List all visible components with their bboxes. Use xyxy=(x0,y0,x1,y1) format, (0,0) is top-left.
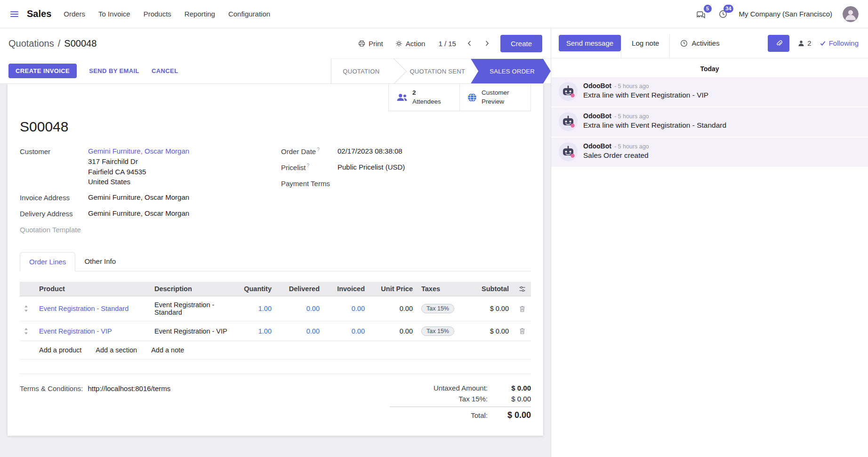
apps-menu-icon[interactable] xyxy=(8,9,20,19)
column-subtotal[interactable]: Subtotal xyxy=(460,282,513,296)
followers-button[interactable]: 2 xyxy=(798,39,811,47)
tab-other-info[interactable]: Other Info xyxy=(75,252,125,271)
line-invoiced[interactable]: 0.00 xyxy=(324,296,369,321)
odoobot-avatar[interactable] xyxy=(559,82,578,101)
globe-icon xyxy=(467,93,477,102)
customer-city: Fairfield CA 94535 xyxy=(88,167,189,177)
delivery-address-value[interactable]: Gemini Furniture, Oscar Morgan xyxy=(88,208,189,219)
line-quantity[interactable]: 1.00 xyxy=(233,321,276,341)
line-quantity[interactable]: 1.00 xyxy=(233,296,276,321)
chevron-right-icon xyxy=(485,41,489,46)
delete-line-button[interactable] xyxy=(518,304,527,314)
column-quantity[interactable]: Quantity xyxy=(233,282,276,296)
breadcrumb-separator: / xyxy=(58,38,61,49)
message-text: Extra line with Event Registration - VIP xyxy=(583,91,708,99)
invoice-address-value[interactable]: Gemini Furniture, Oscar Morgan xyxy=(88,192,189,203)
drag-handle[interactable] xyxy=(20,296,35,321)
payment-terms-label: Payment Terms xyxy=(281,178,338,189)
chatter-message: OdooBot - 5 hours ago Extra line with Ev… xyxy=(551,107,868,137)
line-delivered[interactable]: 0.00 xyxy=(276,321,324,341)
following-button[interactable]: Following xyxy=(820,39,859,47)
line-delivered[interactable]: 0.00 xyxy=(276,296,324,321)
messages-menu-button[interactable]: 5 xyxy=(695,8,707,20)
table-footer-links: Add a product Add a section Add a note xyxy=(20,341,531,359)
customer-preview-button[interactable]: Customer Preview xyxy=(459,84,531,111)
pricelist-value[interactable]: Public Pricelist (USD) xyxy=(338,162,405,173)
breadcrumb-quotations[interactable]: Quotations xyxy=(8,38,54,49)
attendees-label: Attendees xyxy=(412,98,441,106)
delivery-address-label: Delivery Address xyxy=(20,208,88,219)
order-line-row[interactable]: Event Registration - Standard Event Regi… xyxy=(20,296,531,321)
cancel-button[interactable]: CANCEL xyxy=(152,67,178,74)
status-step-quotation[interactable]: QUOTATION xyxy=(331,59,394,83)
help-icon: ? xyxy=(317,147,320,152)
message-author[interactable]: OdooBot xyxy=(583,82,611,90)
main-content: Quotations / S00048 Print Action 1 / 15 xyxy=(0,28,551,457)
user-avatar[interactable] xyxy=(843,6,859,22)
delete-line-button[interactable] xyxy=(518,326,527,336)
column-unit-price[interactable]: Unit Price xyxy=(369,282,417,296)
print-button[interactable]: Print xyxy=(356,37,385,50)
column-delivered[interactable]: Delivered xyxy=(276,282,324,296)
column-taxes[interactable]: Taxes xyxy=(417,282,460,296)
message-list: OdooBot - 5 hours ago Extra line with Ev… xyxy=(551,77,868,168)
terms-link[interactable]: http://localhost:8016/terms xyxy=(88,384,170,392)
status-pipeline: QUOTATION QUOTATION SENT SALES ORDER xyxy=(331,58,551,83)
nav-item-reporting[interactable]: Reporting xyxy=(185,10,215,18)
order-line-row[interactable]: Event Registration - VIP Event Registrat… xyxy=(20,321,531,341)
printer-icon xyxy=(358,40,365,47)
send-by-email-button[interactable]: SEND BY EMAIL xyxy=(89,67,139,74)
nav-item-products[interactable]: Products xyxy=(144,10,171,18)
trash-icon xyxy=(519,305,525,312)
nav-item-to-invoice[interactable]: To Invoice xyxy=(98,10,130,18)
message-author[interactable]: OdooBot xyxy=(583,112,611,120)
activities-menu-button[interactable]: 34 xyxy=(717,8,729,20)
date-separator: Today xyxy=(551,58,868,77)
column-invoiced[interactable]: Invoiced xyxy=(324,282,369,296)
nav-item-orders[interactable]: Orders xyxy=(64,10,85,18)
log-note-button[interactable]: Log note xyxy=(621,34,669,58)
order-date-label: Order Date? xyxy=(281,146,338,157)
pager-next-button[interactable] xyxy=(482,39,492,48)
create-invoice-button[interactable]: CREATE INVOICE xyxy=(8,64,77,78)
product-link[interactable]: Event Registration - Standard xyxy=(39,305,129,312)
company-switcher[interactable]: My Company (San Francisco) xyxy=(739,10,832,18)
pager-previous-button[interactable] xyxy=(465,39,474,48)
action-button[interactable]: Action xyxy=(394,37,427,50)
message-text: Extra line with Event Registration - Sta… xyxy=(583,121,726,130)
odoo-sales-app: Sales Orders To Invoice Products Reporti… xyxy=(0,0,868,457)
create-button[interactable]: Create xyxy=(500,35,542,52)
chatter-toolbar: Send message Log note Activities 2 Follo… xyxy=(551,28,868,58)
customer-link[interactable]: Gemini Furniture, Oscar Morgan xyxy=(88,147,189,155)
column-product[interactable]: Product xyxy=(35,282,150,296)
optional-columns-button[interactable] xyxy=(513,282,531,296)
app-brand[interactable]: Sales xyxy=(27,8,51,19)
send-message-button[interactable]: Send message xyxy=(559,35,621,51)
status-step-sales-order[interactable]: SALES ORDER xyxy=(471,59,551,83)
order-lines-table: Product Description Quantity Delivered I… xyxy=(20,282,531,341)
attendees-stat-button[interactable]: 2 Attendees xyxy=(388,84,460,111)
paperclip-icon xyxy=(775,40,782,47)
line-invoiced[interactable]: 0.00 xyxy=(324,321,369,341)
column-description[interactable]: Description xyxy=(150,282,233,296)
schedule-activity-button[interactable]: Activities xyxy=(669,34,730,58)
odoobot-avatar[interactable] xyxy=(559,142,578,161)
add-note-link[interactable]: Add a note xyxy=(151,346,184,354)
nav-item-configuration[interactable]: Configuration xyxy=(228,10,270,18)
product-link[interactable]: Event Registration - VIP xyxy=(39,327,112,335)
add-section-link[interactable]: Add a section xyxy=(96,346,137,354)
add-product-link[interactable]: Add a product xyxy=(39,346,81,354)
message-timestamp: - 5 hours ago xyxy=(614,143,649,150)
check-icon xyxy=(820,41,826,46)
odoobot-avatar[interactable] xyxy=(559,112,578,131)
breadcrumb: Quotations / S00048 xyxy=(8,38,96,49)
total-row: Total: $ 0.00 xyxy=(390,409,531,422)
message-author[interactable]: OdooBot xyxy=(583,142,611,150)
tax-tag: Tax 15% xyxy=(421,304,454,313)
drag-handle[interactable] xyxy=(20,321,35,341)
line-description: Event Registration - Standard xyxy=(150,296,233,321)
tab-order-lines[interactable]: Order Lines xyxy=(20,252,75,271)
field-order-date: Order Date? 02/17/2023 08:38:08 xyxy=(281,146,531,157)
attach-files-button[interactable] xyxy=(768,35,789,52)
field-customer: Customer Gemini Furniture, Oscar Morgan … xyxy=(20,146,281,187)
